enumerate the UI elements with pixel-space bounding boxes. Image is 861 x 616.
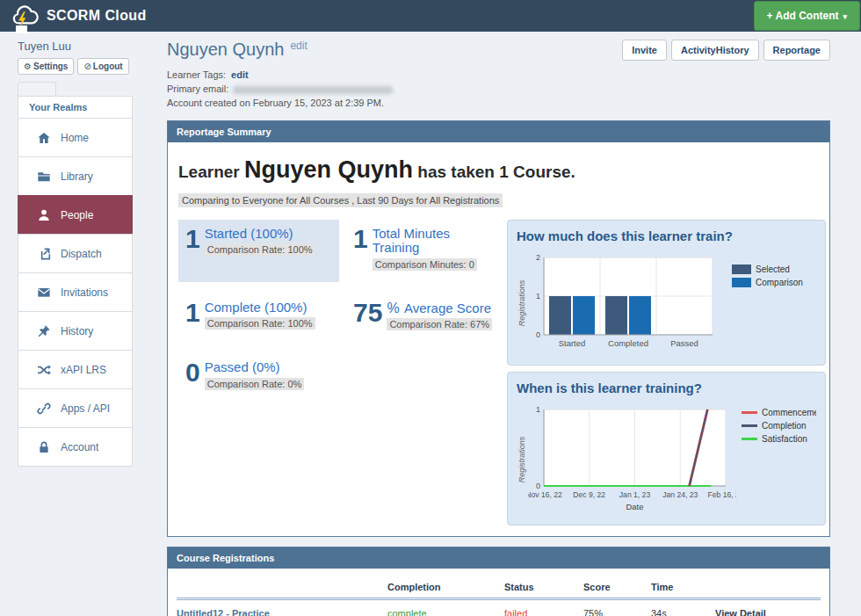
stat-total-minutes-training: 1Total Minutes TrainingComparison Minute… [346, 220, 507, 282]
stat-comparison: Comparison Rate: 67% [387, 318, 492, 330]
time-value: 34s [651, 608, 715, 616]
home-icon [37, 131, 51, 145]
column-header-empty [715, 582, 821, 592]
stat-started-100: 1Started (100%)Comparison Rate: 100% [178, 220, 339, 282]
legend-line-icon [742, 438, 757, 440]
scorm-cloud-logo-icon [9, 4, 40, 28]
reportage-summary-panel: Reportage Summary Learner Nguyen Quynh h… [167, 120, 830, 537]
stat-comparison: Comparison Rate: 100% [205, 243, 315, 256]
add-content-button[interactable]: + Add Content▾ [754, 1, 860, 31]
sidebar-item-label: Dispatch [61, 248, 102, 260]
sidebar-item-home[interactable]: Home [18, 118, 133, 157]
svg-text:2: 2 [536, 253, 540, 262]
line-chart-box: When is this learner training? Registrat… [507, 372, 826, 525]
sidebar-item-invitations[interactable]: Invitations [18, 272, 133, 312]
course-registrations-panel: Course Registrations CompletionStatusSco… [167, 547, 830, 616]
line-chart-legend: CommencementCompletionSatisfaction [742, 408, 816, 517]
stat-passed-0: 0Passed (0%)Comparison Rate: 0% [178, 353, 339, 402]
svg-text:Completed: Completed [608, 338, 648, 348]
svg-text:0: 0 [536, 482, 540, 490]
activityhistory-button[interactable]: ActivityHistory [671, 40, 759, 61]
svg-text:Started: Started [559, 338, 586, 348]
link-icon [37, 402, 51, 416]
envelope-icon [37, 286, 51, 300]
shuffle-icon [37, 363, 51, 377]
bar-chart-ylabel: Registrations [518, 280, 527, 327]
stat-average-score: 75% Average ScoreComparison Rate: 67% [346, 294, 507, 343]
page-title: Nguyen Quynh [167, 40, 284, 60]
stat-label: Started (100%) [205, 227, 315, 242]
sidebar-item-label: Invitations [61, 286, 108, 299]
svg-text:1: 1 [536, 292, 540, 301]
reportage-button[interactable]: Reportage [763, 40, 830, 61]
svg-text:0: 0 [536, 330, 540, 339]
bar-chart-plot: 012StartedCompletedPassed [528, 250, 727, 357]
comparison-scope-note: Comparing to Everyone for All Courses , … [178, 193, 503, 207]
lock-icon [37, 440, 51, 454]
settings-button[interactable]: ⚙Settings [18, 58, 74, 75]
primary-email-label: Primary email: [167, 83, 228, 94]
legend-line-icon [742, 411, 757, 414]
summary-headline-name: Nguyen Quynh [244, 156, 413, 183]
primary-email-redacted [233, 86, 393, 94]
sidebar-item-label: Apps / API [61, 402, 110, 415]
logout-button[interactable]: ⊘Logout [77, 58, 128, 75]
svg-text:1: 1 [536, 405, 540, 414]
invite-button[interactable]: Invite [622, 40, 667, 61]
svg-text:Feb 16, 23: Feb 16, 23 [707, 490, 736, 499]
current-user-name: Tuyen Luu [18, 40, 133, 53]
sidebar-nav: Your Realms HomeLibraryPeopleDispatchInv… [18, 96, 133, 467]
sidebar-item-label: xAPI LRS [61, 364, 106, 376]
sidebar-item-people[interactable]: People [18, 195, 133, 235]
stat-comparison: Comparison Rate: 100% [205, 317, 315, 330]
charts-column: How much does this learner train? Regist… [507, 220, 826, 525]
svg-text:Date: Date [626, 502, 643, 511]
stat-value: 0 [185, 360, 200, 391]
sidebar-item-xapi-lrs[interactable]: xAPI LRS [18, 350, 133, 389]
column-header-time: Time [651, 582, 715, 592]
sidebar-item-dispatch[interactable]: Dispatch [18, 234, 133, 273]
bar-chart-box: How much does this learner train? Regist… [507, 220, 826, 366]
line-chart-ylabel: Registrations [518, 437, 527, 483]
dispatch-icon [37, 247, 51, 261]
sidebar-item-label: People [61, 209, 93, 221]
sidebar-item-label: Account [61, 441, 98, 453]
sidebar-tab [18, 82, 56, 96]
line-chart-plot: Nov 16, 22Dec 9, 22Jan 1, 23Jan 24, 23Fe… [528, 402, 736, 517]
gear-icon: ⚙ [24, 62, 32, 71]
svg-text:Dec 9, 22: Dec 9, 22 [573, 490, 605, 499]
line-chart-title: When is this learner training? [517, 380, 816, 395]
completion-value: complete [387, 608, 504, 616]
legend-swatch-icon [732, 265, 751, 274]
legend-swatch-icon [732, 278, 751, 287]
sidebar-item-history[interactable]: History [18, 311, 133, 351]
column-header-completion: Completion [387, 582, 504, 592]
stat-value: 1 [185, 227, 200, 272]
legend-item-satisfaction: Satisfaction [742, 434, 816, 444]
stat-label: Complete (100%) [205, 301, 315, 315]
legend-item-selected: Selected [732, 265, 813, 274]
sidebar-item-library[interactable]: Library [18, 156, 133, 196]
stat-label: Passed (0%) [205, 360, 305, 375]
stats-grid: 1Started (100%)Comparison Rate: 100%1Tot… [178, 220, 507, 525]
sidebar-header: Your Realms [18, 96, 133, 119]
sidebar-item-label: History [61, 325, 93, 337]
sidebar-item-label: Library [61, 170, 93, 183]
status-value: failed [504, 608, 583, 616]
course-name-link[interactable]: Untitled12 - Practice [177, 608, 387, 616]
chevron-down-icon: ▾ [843, 12, 847, 21]
view-detail-link[interactable]: View Detail [715, 608, 821, 616]
edit-learner-link[interactable]: edit [290, 40, 307, 52]
folder-icon [37, 170, 51, 184]
edit-tags-link[interactable]: edit [231, 69, 249, 80]
sidebar-item-account[interactable]: Account [18, 427, 133, 467]
stat-value: 1 [185, 301, 200, 332]
stat-value: 75 [353, 301, 382, 332]
svg-text:Nov 16, 22: Nov 16, 22 [528, 490, 562, 499]
sidebar-item-label: Home [61, 132, 89, 144]
learner-tags-label: Learner Tags: [167, 69, 226, 80]
sidebar-item-apps-api[interactable]: Apps / API [18, 388, 133, 428]
account-created-text: Account created on February 15, 2023 at … [167, 97, 830, 111]
stat-label: % Average Score [387, 301, 492, 316]
stat-label: Total Minutes Training [373, 227, 500, 256]
